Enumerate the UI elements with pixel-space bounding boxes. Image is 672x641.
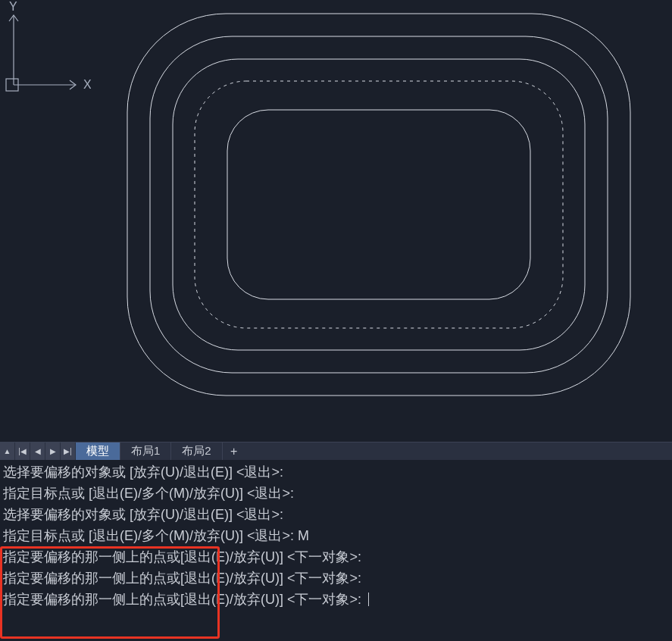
offset-rect-outer-2[interactable]: [150, 36, 608, 373]
cmd-history-line: 指定目标点或 [退出(E)/多个(M)/放弃(U)] <退出>: M: [0, 525, 672, 546]
cmd-history-line: 指定要偏移的那一侧上的点或[退出(E)/放弃(U)] <下一对象>:: [0, 546, 672, 568]
tab-nav-up-button[interactable]: ▲: [0, 442, 15, 460]
prev-icon: ◀: [35, 447, 41, 455]
layout-tabs-bar: ▲ |◀ ◀ ▶ ▶| 模型 布局1 布局2 +: [0, 442, 672, 460]
tab-nav-next-button[interactable]: ▶: [45, 442, 61, 460]
tab-nav-group: ▲ |◀ ◀ ▶ ▶|: [0, 442, 76, 460]
ucs-y-label: Y: [9, 0, 17, 13]
tab-layout2[interactable]: 布局2: [171, 442, 222, 460]
tab-nav-last-button[interactable]: ▶|: [61, 442, 76, 460]
cmd-history-line: 选择要偏移的对象或 [放弃(U)/退出(E)] <退出>:: [0, 504, 672, 525]
command-line-area[interactable]: 选择要偏移的对象或 [放弃(U)/退出(E)] <退出>: 指定目标点或 [退出…: [0, 460, 672, 641]
tab-add-button[interactable]: +: [223, 442, 245, 460]
offset-rect-outer-3[interactable]: [173, 59, 585, 350]
ucs-x-label: X: [83, 78, 91, 91]
offset-rect-inner[interactable]: [227, 110, 530, 299]
tab-layout1[interactable]: 布局1: [120, 442, 171, 460]
cmd-history-line: 指定目标点或 [退出(E)/多个(M)/放弃(U)] <退出>:: [0, 483, 672, 504]
offset-rect-outer-1[interactable]: [127, 14, 630, 396]
tab-nav-first-button[interactable]: |◀: [15, 442, 30, 460]
up-icon: ▲: [4, 447, 11, 455]
ucs-icon: X Y: [0, 0, 91, 98]
tab-model[interactable]: 模型: [76, 442, 120, 460]
next-icon: ▶: [50, 447, 56, 455]
offset-rect-selected[interactable]: [195, 81, 563, 328]
text-cursor-icon: [368, 593, 369, 606]
tab-layout2-label: 布局2: [182, 444, 211, 458]
tab-model-label: 模型: [86, 444, 109, 458]
cmd-prompt-line[interactable]: 指定要偏移的那一侧上的点或[退出(E)/放弃(U)] <下一对象>:: [0, 589, 672, 610]
tab-nav-prev-button[interactable]: ◀: [30, 442, 45, 460]
offset-shapes: [0, 0, 672, 442]
drawing-viewport[interactable]: X Y: [0, 0, 672, 442]
cmd-history-line: 选择要偏移的对象或 [放弃(U)/退出(E)] <退出>:: [0, 461, 672, 483]
cmd-history-line: 指定要偏移的那一侧上的点或[退出(E)/放弃(U)] <下一对象>:: [0, 568, 672, 589]
tab-layout1-label: 布局1: [131, 444, 160, 458]
plus-icon: +: [230, 445, 237, 458]
cmd-prompt-text: 指定要偏移的那一侧上的点或[退出(E)/放弃(U)] <下一对象>:: [3, 589, 365, 610]
last-icon: ▶|: [64, 447, 72, 455]
first-icon: |◀: [18, 447, 27, 455]
